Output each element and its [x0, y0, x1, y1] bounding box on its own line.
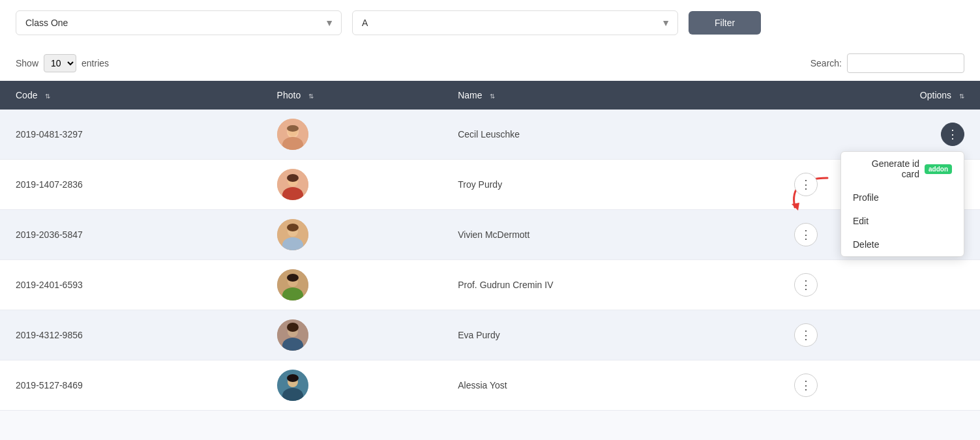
- table-row: 2019-4312-9856 Eva Purdy ⋮: [0, 310, 980, 360]
- cell-photo: [261, 210, 443, 260]
- avatar: [277, 319, 308, 351]
- svg-point-9: [287, 174, 299, 182]
- entries-select[interactable]: 5 10 25 50: [44, 54, 76, 72]
- search-input[interactable]: [847, 53, 964, 73]
- cell-name: Troy Purdy: [442, 160, 779, 210]
- table-row: 2019-1407-2836 Troy Purdy ⋮: [0, 160, 980, 210]
- cell-code: 2019-1407-2836: [0, 160, 261, 210]
- filter-bar: Class One Class Two Class Three ▼ A B C …: [0, 0, 980, 46]
- menu-generate-id[interactable]: Generate id card addon: [841, 152, 964, 186]
- cell-options: ⋮: [779, 360, 980, 411]
- svg-point-21: [287, 323, 299, 332]
- cell-code: 2019-4312-9856: [0, 310, 261, 360]
- menu-delete[interactable]: Delete: [841, 233, 964, 256]
- options-button-5[interactable]: ⋮: [794, 323, 818, 347]
- options-button-6[interactable]: ⋮: [794, 374, 818, 397]
- cell-name: Alessia Yost: [442, 360, 779, 411]
- svg-point-25: [287, 374, 299, 382]
- show-label: Show: [16, 58, 38, 68]
- search-bar: Search:: [810, 53, 964, 73]
- sort-icon-code: ⇅: [45, 93, 50, 100]
- grade-select-wrapper: A B C D ▼: [352, 10, 678, 35]
- table-row: 2019-2401-6593 Prof. Gudrun Cremin IV ⋮: [0, 260, 980, 310]
- avatar: [277, 370, 308, 401]
- table-body: 2019-0481-3297 Cecil Leuschke ⋮: [0, 110, 980, 411]
- options-button-3[interactable]: ⋮: [794, 223, 818, 246]
- students-table: Code ⇅ Photo ⇅ Name ⇅ Options ⇅ 2019-048…: [0, 81, 980, 411]
- cell-options: ⋮: [779, 310, 980, 360]
- svg-point-13: [287, 224, 299, 231]
- table-row: 2019-5127-8469 Alessia Yost ⋮: [0, 360, 980, 411]
- cell-code: 2019-5127-8469: [0, 360, 261, 411]
- cell-name: Prof. Gudrun Cremin IV: [442, 260, 779, 310]
- entries-label: entries: [82, 58, 109, 68]
- avatar: [277, 169, 308, 200]
- svg-point-17: [287, 274, 299, 282]
- col-options: Options ⇅: [779, 81, 980, 110]
- table-header: Code ⇅ Photo ⇅ Name ⇅ Options ⇅: [0, 81, 980, 110]
- addon-badge: addon: [925, 164, 952, 174]
- cell-name: Cecil Leuschke: [442, 110, 779, 160]
- cell-photo: [261, 360, 443, 411]
- cell-name: Eva Purdy: [442, 310, 779, 360]
- cell-code: 2019-2036-5847: [0, 210, 261, 260]
- filter-button[interactable]: Filter: [689, 11, 761, 35]
- show-entries-control: Show 5 10 25 50 entries: [16, 54, 109, 72]
- options-button-2[interactable]: ⋮: [794, 173, 818, 196]
- options-button-4[interactable]: ⋮: [794, 273, 818, 297]
- table-row: 2019-2036-5847 Vivien McDermott ⋮: [0, 210, 980, 260]
- menu-edit[interactable]: Edit: [841, 209, 964, 233]
- sort-icon-options: ⇅: [959, 93, 964, 100]
- cell-photo: [261, 110, 443, 160]
- col-photo: Photo ⇅: [261, 81, 443, 110]
- cell-photo: [261, 260, 443, 310]
- col-name: Name ⇅: [442, 81, 779, 110]
- cell-name: Vivien McDermott: [442, 210, 779, 260]
- cell-code: 2019-0481-3297: [0, 110, 261, 160]
- cell-options: ⋮ Generate id card addon Profile Edit De…: [779, 110, 980, 160]
- cell-photo: [261, 160, 443, 210]
- sort-icon-name: ⇅: [490, 93, 495, 100]
- svg-point-4: [287, 125, 299, 132]
- grade-select[interactable]: A B C D: [352, 10, 678, 35]
- cell-code: 2019-2401-6593: [0, 260, 261, 310]
- options-button-1[interactable]: ⋮: [941, 123, 964, 146]
- menu-profile[interactable]: Profile: [841, 186, 964, 209]
- class-select[interactable]: Class One Class Two Class Three: [16, 10, 342, 35]
- search-label: Search:: [810, 58, 842, 68]
- col-code: Code ⇅: [0, 81, 261, 110]
- cell-options: ⋮: [779, 260, 980, 310]
- avatar: [277, 219, 308, 250]
- table-controls: Show 5 10 25 50 entries Search:: [0, 46, 980, 81]
- table-row: 2019-0481-3297 Cecil Leuschke ⋮: [0, 110, 980, 160]
- avatar: [277, 119, 308, 150]
- cell-photo: [261, 310, 443, 360]
- context-menu: Generate id card addon Profile Edit Dele…: [840, 151, 964, 257]
- avatar: [277, 269, 308, 301]
- sort-icon-photo: ⇅: [308, 93, 314, 100]
- class-select-wrapper: Class One Class Two Class Three ▼: [16, 10, 342, 35]
